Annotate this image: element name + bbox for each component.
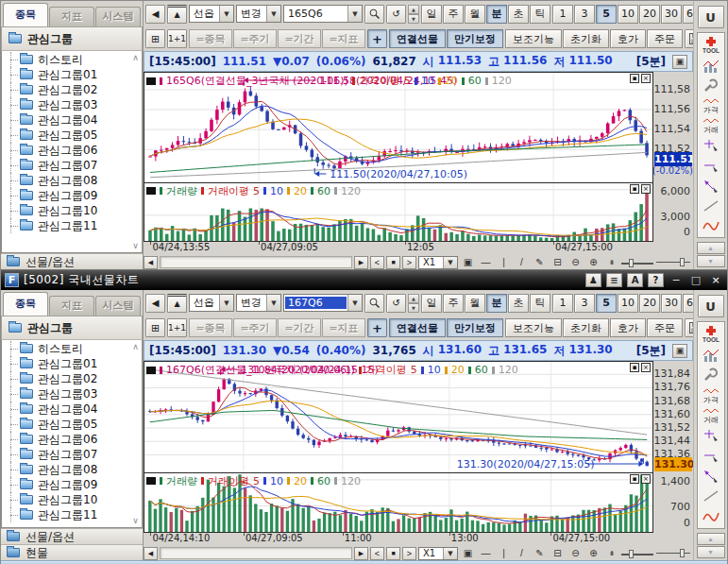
- chart-function-button[interactable]: 초기화: [563, 29, 609, 48]
- sync-button[interactable]: =주기: [233, 318, 277, 337]
- chart-toggle-button[interactable]: 만기보정: [447, 318, 503, 337]
- sidebar-section[interactable]: 선물/옵션: [1, 253, 143, 269]
- pane-close-icon[interactable]: ×: [641, 74, 651, 83]
- sync-button[interactable]: =지표: [322, 29, 365, 48]
- period-button[interactable]: 주: [443, 294, 464, 313]
- tree-item[interactable]: 관심그룹10: [5, 203, 128, 218]
- draw-trendline-icon[interactable]: [699, 487, 723, 505]
- hscroll-right-icon[interactable]: ▶: [354, 547, 368, 560]
- tree-scrollbar[interactable]: ∧ ∨: [129, 340, 142, 527]
- dock-left-icon[interactable]: ◀: [145, 294, 165, 313]
- symbol-value[interactable]: 167Q6: [285, 297, 347, 309]
- chevron-down-icon[interactable]: ▼: [347, 295, 362, 311]
- spinner-down-icon[interactable]: ▼: [408, 303, 419, 313]
- panel-scroll-down-icon[interactable]: ▼: [697, 255, 725, 267]
- panel-scroll-down-icon[interactable]: ▼: [697, 546, 725, 558]
- period-button[interactable]: 초: [508, 5, 529, 24]
- change-select[interactable]: 변경 ▼: [236, 5, 281, 23]
- scroll-up-icon[interactable]: ∧: [132, 53, 139, 62]
- pin-icon[interactable]: ♟: [585, 273, 601, 287]
- chevron-down-icon[interactable]: ▼: [443, 548, 457, 559]
- period-button[interactable]: 일: [421, 5, 442, 24]
- sync-button[interactable]: =지표: [322, 318, 365, 337]
- pen-tool-icon[interactable]: ✎: [532, 547, 548, 560]
- volume-pane[interactable]: 거래량 거래이평 5102060120 ▪ ×: [144, 183, 653, 242]
- interval-button[interactable]: 5: [596, 294, 617, 313]
- refresh-icon[interactable]: ↺: [386, 294, 406, 313]
- pane-collapse-button[interactable]: [146, 477, 156, 485]
- interval-button[interactable]: 30: [661, 5, 682, 24]
- tree-item[interactable]: 관심그룹01: [5, 356, 128, 371]
- axis-zoom-slider[interactable]: [656, 548, 690, 557]
- pane-collapse-button[interactable]: [146, 187, 156, 195]
- draw-arrow-icon[interactable]: [699, 177, 723, 196]
- grid-layout-icon[interactable]: ⊞: [145, 318, 165, 337]
- pane-maximize-icon[interactable]: ▪: [630, 474, 639, 484]
- pan-tool-icon[interactable]: +: [367, 318, 387, 337]
- tree-item[interactable]: 관심그룹03: [5, 386, 128, 402]
- interval-button[interactable]: 1: [552, 294, 573, 313]
- period-button[interactable]: 월: [465, 5, 485, 24]
- sidebar-section[interactable]: 현물: [1, 544, 143, 560]
- tree-item[interactable]: 관심그룹08: [5, 173, 128, 188]
- step-forward-icon[interactable]: >: [402, 256, 416, 269]
- tree-item[interactable]: 관심그룹04: [5, 402, 128, 417]
- tree-item[interactable]: 관심그룹06: [5, 432, 128, 447]
- pane-collapse-button[interactable]: [146, 77, 156, 85]
- sync-button[interactable]: =종목: [189, 29, 232, 48]
- tree-item[interactable]: 관심그룹02: [5, 82, 128, 97]
- pane-close-icon[interactable]: ×: [641, 184, 651, 194]
- settings-wrench-icon[interactable]: [699, 366, 723, 385]
- pen-tool-icon[interactable]: ✎: [532, 256, 548, 269]
- scroll-down-icon[interactable]: ∨: [132, 241, 139, 250]
- draw-trendline-icon[interactable]: [699, 197, 723, 215]
- chevron-down-icon[interactable]: ▼: [266, 6, 280, 22]
- zoom-select[interactable]: X1 ▼: [418, 547, 458, 560]
- slider-handle[interactable]: [629, 259, 634, 267]
- pane-maximize-icon[interactable]: ▪: [630, 74, 639, 83]
- one-plus-one-button[interactable]: 1+1: [167, 318, 187, 337]
- volume-ma-icon[interactable]: 거래: [699, 116, 723, 135]
- interval-button[interactable]: 3: [574, 5, 595, 24]
- tree-item[interactable]: 관심그룹04: [5, 112, 128, 128]
- collapse-scale-icon[interactable]: ⊟: [550, 547, 566, 560]
- price-ma-icon[interactable]: 가격: [699, 96, 723, 115]
- tree-item[interactable]: 관심그룹06: [5, 143, 128, 158]
- interval-button[interactable]: 3: [574, 294, 595, 313]
- chart-style-icon[interactable]: [699, 346, 723, 365]
- help-icon[interactable]: ?: [648, 273, 664, 287]
- step-forward-icon[interactable]: >: [402, 547, 416, 560]
- interval-button[interactable]: 5: [596, 5, 617, 24]
- symbol-spinner[interactable]: ▲▼: [408, 294, 419, 312]
- search-icon[interactable]: [364, 294, 384, 313]
- interval-button[interactable]: 1: [552, 5, 573, 24]
- hscroll-left-icon[interactable]: ◀: [144, 256, 158, 269]
- dock-left-icon[interactable]: ◀: [145, 5, 165, 24]
- market-select[interactable]: 선옵 ▼: [189, 294, 234, 312]
- price-pane[interactable]: 111.58(2020/04/24,15:45)111.50(2020/04/2…: [144, 72, 653, 183]
- draw-arrow-icon[interactable]: [699, 467, 723, 486]
- interval-button[interactable]: 20: [639, 5, 660, 24]
- volume-pane[interactable]: 거래량 거래이평 5102060120 ▪ ×: [144, 473, 653, 533]
- hline-tool-icon[interactable]: —: [478, 256, 494, 269]
- hscroll-track[interactable]: [160, 547, 352, 559]
- minimize-button[interactable]: ─: [669, 274, 684, 286]
- tree-item[interactable]: 관심그룹09: [5, 188, 128, 203]
- u-button[interactable]: U: [698, 295, 724, 317]
- pane-close-icon[interactable]: ×: [641, 363, 651, 372]
- axis-zoom-slider[interactable]: [656, 257, 690, 266]
- zoom-in-icon[interactable]: ⊕: [585, 256, 601, 269]
- chart-function-button[interactable]: 호가: [610, 318, 646, 337]
- chart-toggle-button[interactable]: 연결선물: [389, 29, 446, 48]
- sidebar-tab[interactable]: 시스템: [95, 296, 141, 316]
- hscroll-right-icon[interactable]: ▶: [354, 256, 368, 269]
- tree-item[interactable]: 관심그룹03: [5, 97, 128, 112]
- step-back-icon[interactable]: <: [370, 256, 384, 269]
- pane-maximize-icon[interactable]: ▪: [630, 184, 639, 194]
- collapse-scale-icon[interactable]: ⊟: [550, 256, 566, 269]
- hscroll-track[interactable]: [160, 256, 352, 268]
- zoom-out-icon[interactable]: ⊖: [567, 547, 584, 560]
- close-button[interactable]: ×: [708, 274, 723, 286]
- chart-function-button[interactable]: 보조기능: [505, 29, 562, 48]
- panel-scroll-up-icon[interactable]: ▲: [697, 242, 725, 254]
